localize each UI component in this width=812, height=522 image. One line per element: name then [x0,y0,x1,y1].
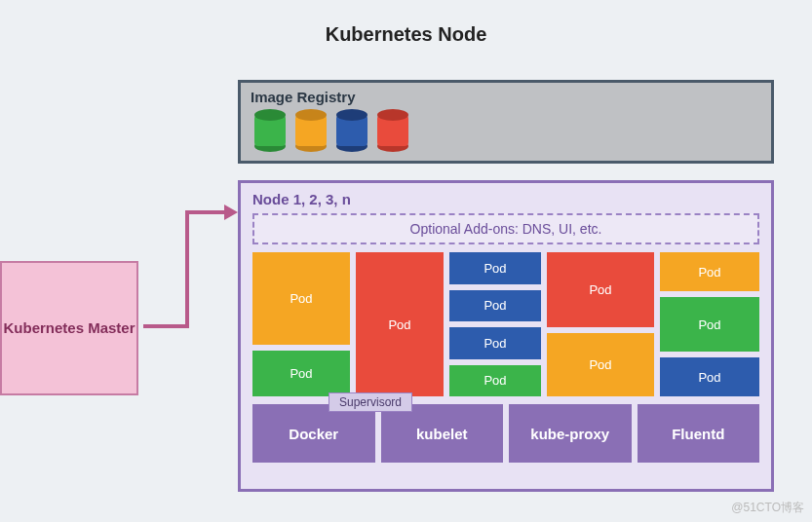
pod-box: Pod [660,252,759,291]
optional-addons-box: Optional Add-ons: DNS, UI, etc. [252,213,759,244]
pod-box: Pod [660,297,759,352]
node-services-row: Dockerkubeletkube-proxyFluentd [252,404,759,463]
diagram-title: Kubernetes Node [0,0,812,59]
pod-box: Pod [547,333,654,396]
container-image-icon [336,109,367,152]
pod-box: Pod [547,252,654,327]
watermark: @51CTO博客 [731,500,804,516]
pod-box: Pod [660,357,759,396]
container-image-icon [295,109,327,152]
image-registry-label: Image Registry [251,89,761,105]
kubernetes-master-box: Kubernetes Master [0,261,138,395]
container-image-icon [254,109,286,152]
pod-box: Pod [449,365,541,397]
pod-box: Pod [252,351,350,396]
service-box: kubelet [381,404,504,463]
master-to-node-arrow [138,195,238,341]
container-image-icon [377,109,408,152]
pod-box: Pod [449,252,541,284]
supervisord-group: Supervisord Dockerkubeletkube-proxyFluen… [252,404,759,463]
node-box: Node 1, 2, 3, n Optional Add-ons: DNS, U… [238,180,774,492]
pod-box: Pod [449,290,541,322]
node-label: Node 1, 2, 3, n [252,191,759,207]
service-box: Docker [252,404,375,463]
pod-box: Pod [449,327,541,359]
image-registry-box: Image Registry [238,80,774,164]
pod-box: Pod [252,252,350,345]
service-box: Fluentd [638,404,760,463]
supervisord-label: Supervisord [329,392,412,412]
pods-area: Pod Pod Pod Pod Pod Pod Pod Pod Pod Pod … [252,252,759,396]
pod-box: Pod [356,252,444,396]
service-box: kube-proxy [509,404,632,463]
registry-images [251,109,761,152]
